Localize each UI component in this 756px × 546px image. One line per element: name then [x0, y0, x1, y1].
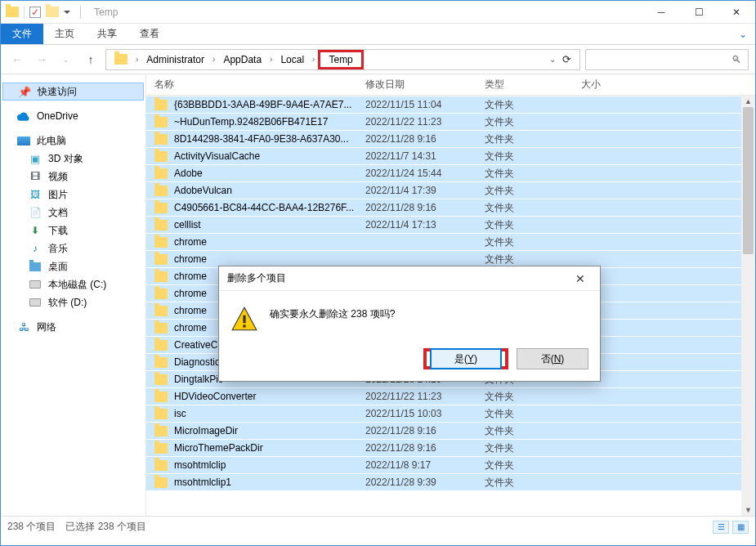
- sidebar-item-label: 网络: [37, 320, 142, 334]
- crumb-sep-icon[interactable]: ›: [134, 55, 140, 64]
- qat-separator: [24, 6, 25, 19]
- forward-button[interactable]: →: [32, 50, 51, 69]
- sidebar-item-label: 本地磁盘 (C:): [48, 278, 142, 292]
- up-button[interactable]: ↑: [81, 50, 101, 69]
- minimize-button[interactable]: ─: [642, 1, 680, 24]
- crumb-appdata[interactable]: AppData: [218, 52, 266, 67]
- sidebar-network[interactable]: 🖧 网络: [1, 318, 145, 336]
- sidebar-3d-objects[interactable]: ▣ 3D 对象: [1, 150, 145, 168]
- file-name: isc: [174, 408, 365, 419]
- sidebar-item-label: 软件 (D:): [48, 296, 142, 310]
- crumb-sep-icon[interactable]: ›: [311, 55, 316, 64]
- qat-dropdown-icon[interactable]: [64, 11, 70, 14]
- sidebar-desktop[interactable]: 桌面: [1, 257, 145, 275]
- file-name: AdobeVulcan: [174, 185, 365, 196]
- column-name[interactable]: 名称: [154, 78, 365, 92]
- qat-folder-icon[interactable]: [46, 7, 59, 17]
- sidebar-onedrive[interactable]: OneDrive: [1, 107, 145, 125]
- table-row[interactable]: msohtmlclip12022/11/28 9:39文件夹: [146, 473, 755, 490]
- table-row[interactable]: {63BBBDD1-3AAB-49BF-9A4E-A7AE7...2022/11…: [146, 96, 755, 113]
- file-date: 2022/11/28 9:16: [365, 202, 485, 213]
- table-row[interactable]: chrome文件夹: [146, 233, 755, 250]
- window-title: Temp: [91, 7, 118, 18]
- folder-icon: [154, 186, 168, 196]
- table-row[interactable]: chrome文件夹: [146, 250, 755, 267]
- search-input[interactable]: 🔍︎: [585, 49, 749, 70]
- crumb-temp[interactable]: Temp: [318, 50, 363, 69]
- column-type[interactable]: 类型: [485, 78, 581, 92]
- sidebar-downloads[interactable]: ⬇ 下载: [1, 222, 145, 239]
- maximize-button[interactable]: ☐: [680, 1, 718, 24]
- dialog-yes-button[interactable]: 是(Y): [430, 348, 502, 369]
- column-size[interactable]: 大小: [581, 78, 755, 92]
- downloads-icon: ⬇: [29, 225, 42, 236]
- view-details-button[interactable]: ☰: [713, 521, 729, 534]
- table-row[interactable]: MicroThemePackDir2022/11/28 9:16文件夹: [146, 439, 755, 456]
- address-bar[interactable]: › Administrator › AppData › Local › Temp…: [105, 49, 580, 70]
- table-row[interactable]: ActivityVisualCache2022/11/7 14:31文件夹: [146, 147, 755, 164]
- file-date: 2022/11/15 11:04: [365, 99, 485, 110]
- sidebar-quick-access[interactable]: 📌 快速访问: [2, 83, 144, 101]
- table-row[interactable]: isc2022/11/15 10:03文件夹: [146, 405, 755, 422]
- table-row[interactable]: HDVideoConverter2022/11/22 11:23文件夹: [146, 387, 755, 405]
- table-row[interactable]: 8D144298-3841-4FA0-9E38-A637A30...2022/1…: [146, 130, 755, 147]
- folder-icon: [154, 254, 168, 265]
- file-date: 2022/11/28 9:39: [365, 477, 485, 488]
- table-row[interactable]: C4905661-BC84-44CC-BAA4-12B276F...2022/1…: [146, 199, 755, 216]
- table-row[interactable]: celllist2022/11/4 17:13文件夹: [146, 216, 755, 233]
- file-type: 文件夹: [485, 98, 581, 112]
- scrollbar[interactable]: ▲ ▼: [741, 96, 755, 516]
- address-dropdown-icon[interactable]: ⌄: [549, 55, 556, 64]
- folder-icon: [154, 477, 168, 488]
- file-name: msohtmlclip1: [174, 477, 365, 488]
- tab-share[interactable]: 共享: [86, 24, 128, 44]
- folder-icon: [154, 237, 168, 248]
- sidebar-videos[interactable]: 🎞 视频: [1, 168, 145, 186]
- table-row[interactable]: ~HuDunTemp.92482B06FB471E172022/11/22 11…: [146, 113, 755, 130]
- dialog-close-button[interactable]: ✕: [569, 269, 592, 289]
- sidebar-software-d[interactable]: 软件 (D:): [1, 293, 145, 311]
- sidebar-documents[interactable]: 📄 文档: [1, 204, 145, 222]
- ribbon: 文件 主页 共享 查看 ⌄: [1, 24, 755, 45]
- column-date[interactable]: 修改日期: [365, 78, 485, 92]
- sidebar-item-label: OneDrive: [37, 110, 142, 122]
- back-button[interactable]: ←: [7, 50, 27, 69]
- column-headers: 名称 修改日期 类型 大小: [146, 74, 755, 96]
- view-icons-button[interactable]: ▦: [732, 521, 749, 534]
- folder-icon: [154, 392, 168, 402]
- sidebar-music[interactable]: ♪ 音乐: [1, 239, 145, 257]
- table-row[interactable]: Adobe2022/11/24 15:44文件夹: [146, 164, 755, 181]
- table-row[interactable]: msohtmlclip2022/11/8 9:17文件夹: [146, 456, 755, 473]
- crumb-sep-icon[interactable]: ›: [211, 55, 217, 64]
- scroll-up-icon[interactable]: ▲: [741, 96, 755, 107]
- dialog-titlebar: 删除多个项目 ✕: [219, 266, 600, 291]
- qat-checkbox-icon[interactable]: ✓: [29, 7, 41, 18]
- sidebar-pictures[interactable]: 🖼 图片: [1, 186, 145, 204]
- statusbar: 238 个项目 已选择 238 个项目 ☰ ▦: [1, 516, 755, 537]
- crumb-local[interactable]: Local: [275, 52, 309, 67]
- tab-home[interactable]: 主页: [43, 24, 86, 44]
- network-icon: 🖧: [17, 321, 30, 333]
- recent-dropdown-icon[interactable]: ⌄: [56, 50, 76, 69]
- sidebar-local-disk-c[interactable]: 本地磁盘 (C:): [1, 275, 145, 293]
- table-row[interactable]: MicroImageDir2022/11/28 9:16文件夹: [146, 422, 755, 439]
- dialog-no-button[interactable]: 否(N): [517, 348, 588, 369]
- file-name: ActivityVisualCache: [174, 150, 365, 162]
- tab-file[interactable]: 文件: [1, 24, 43, 44]
- sidebar-item-label: 此电脑: [37, 134, 142, 148]
- crumb-sep-icon[interactable]: ›: [268, 55, 274, 64]
- warning-icon: [230, 306, 258, 333]
- ribbon-expand-icon[interactable]: ⌄: [739, 24, 755, 44]
- scroll-thumb[interactable]: [743, 107, 754, 254]
- crumb-administrator[interactable]: Administrator: [141, 52, 209, 67]
- file-type: 文件夹: [485, 184, 581, 198]
- folder-icon: [154, 374, 168, 385]
- sidebar-thispc[interactable]: 此电脑: [1, 132, 145, 150]
- refresh-icon[interactable]: ⟳: [562, 53, 571, 65]
- close-button[interactable]: ✕: [718, 1, 755, 24]
- navbar: ← → ⌄ ↑ › Administrator › AppData › Loca…: [1, 45, 755, 74]
- tab-view[interactable]: 查看: [128, 24, 171, 44]
- table-row[interactable]: AdobeVulcan2022/11/4 17:39文件夹: [146, 181, 755, 199]
- scroll-down-icon[interactable]: ▼: [741, 504, 755, 516]
- file-type: 文件夹: [485, 235, 581, 249]
